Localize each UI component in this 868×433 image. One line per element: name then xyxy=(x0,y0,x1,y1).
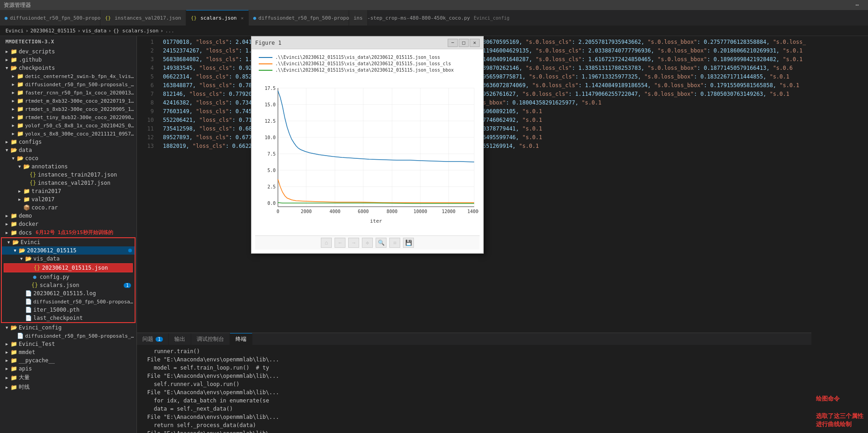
sidebar-item-pycache[interactable]: ▶ 📁 __pycache__ xyxy=(0,356,136,365)
sidebar-item-rtmdet-tiny[interactable]: ▶ 📁 rtmdet_tiny_8xb32-300e_coco_20220902… xyxy=(0,113,136,121)
folder-icon: 📁 xyxy=(16,98,24,104)
sidebar-item-faster-rcnn[interactable]: ▶ 📁 faster_rcnn_r50_fpn_1x_coco_20200130… xyxy=(0,89,136,97)
sidebar-item-val2017[interactable]: ▶ 📁 val2017 xyxy=(0,195,136,203)
legend-label-loss: .\\Evinci\20230612_015115\vis_data\20230… xyxy=(275,55,440,60)
sidebar-item-instances-train[interactable]: {} instances_train2017.json xyxy=(0,171,136,179)
sidebar-item-coco[interactable]: ▼ 📂 coco xyxy=(0,154,136,162)
sidebar-item-diffusion1[interactable]: ▶ 📁 diffusiondet_r50_fpn_500-proposals_1… xyxy=(0,80,136,89)
breadcrumb-vis[interactable]: vis_data xyxy=(82,28,106,34)
chart-back-button[interactable]: ← xyxy=(335,238,345,248)
chart-pan-button[interactable]: ✥ xyxy=(362,238,373,248)
figure-titlebar: Figure 1 − □ ✕ xyxy=(251,37,483,49)
main-layout: MMDETECTION-3.X ▶ 📁 dev_scripts ▶ 📁 .git… xyxy=(0,36,868,433)
svg-text:8000: 8000 xyxy=(387,209,397,214)
editor-main: 12345 678910 111213 01770018, "loss_cls"… xyxy=(137,36,811,433)
sidebar-item-demo[interactable]: ▶ 📁 demo xyxy=(0,212,136,220)
panel-tab-problems[interactable]: 问题 1 xyxy=(137,333,169,345)
sidebar-item-vis-data[interactable]: ▼ 📂 vis_data xyxy=(2,255,135,263)
sidebar-item-20230612[interactable]: ▼ 📂 20230612_015115 xyxy=(2,246,135,255)
sidebar-item-diffusion-r50[interactable]: 📄 diffusiondet_r50_fpn_500-proposals_1-s… xyxy=(2,297,135,306)
collapse-icon: ▶ xyxy=(4,230,10,235)
sidebar-item-docs[interactable]: ▶ 📁 docs 6月12号 1点15分15秒开始训练的 xyxy=(0,228,136,237)
collapse-icon: ▶ xyxy=(10,115,16,120)
tab-py-config[interactable]: ● diffusiondet_r50_fpn_500-proposals_1-s… xyxy=(249,10,349,26)
sidebar-item-config-py[interactable]: ● config.py xyxy=(2,273,135,281)
sidebar-item-configs[interactable]: ▶ 📁 configs xyxy=(0,138,136,146)
tab-scalars-json[interactable]: {} scalars.json ✕ xyxy=(186,10,249,26)
log-file-icon: 📄 xyxy=(25,290,32,297)
docs-annotation: 6月12号 1点15分15秒开始训练的 xyxy=(36,229,113,236)
sidebar-item-github[interactable]: ▶ 📁 .github xyxy=(0,56,136,64)
close-icon[interactable]: ✕ xyxy=(241,16,244,21)
sidebar-item-docker[interactable]: ▶ 📁 docker xyxy=(0,220,136,228)
breadcrumb-file[interactable]: {} scalars.json xyxy=(113,28,158,34)
figure-popup: Figure 1 − □ ✕ .\\Evinci\20230612_015115… xyxy=(251,36,484,254)
folder-icon: 📁 xyxy=(16,89,24,96)
sidebar-item-detic[interactable]: ▶ 📁 detic_centernet2_swin-b_fpn_4x_lvis-… xyxy=(0,72,136,80)
sidebar-item-diffusion-config[interactable]: 📄 diffusiondet_r50_fpn_500-proposals_1-s… xyxy=(0,332,136,340)
sidebar-item-checkpoints[interactable]: ▼ 📂 checkpoints xyxy=(0,64,136,72)
svg-text:10000: 10000 xyxy=(413,209,427,214)
tab-json-instances[interactable]: {} instances_val2017.json xyxy=(100,10,186,26)
py-file-icon: ● xyxy=(31,274,38,280)
svg-text:12.5: 12.5 xyxy=(265,119,276,124)
sidebar-item-evinci-config[interactable]: ▼ 📂 Evinci_config xyxy=(0,323,136,332)
terminal-line: File "E:\Anaconda\envs\openmmlab\lib\... xyxy=(141,372,808,380)
sidebar-item-mmdet[interactable]: ▶ 📁 mmdet xyxy=(0,348,136,356)
sidebar-item-last-checkpoint[interactable]: 📄 last_checkpoint xyxy=(2,314,135,322)
py-icon: ● xyxy=(5,15,8,21)
collapse-icon: ▶ xyxy=(4,358,10,363)
legend-item-loss-bbox: .\\Evinci\20230612_015115\vis_data\20230… xyxy=(259,68,476,73)
chart-forward-button[interactable]: → xyxy=(348,238,359,248)
breadcrumb: Evinci › 20230612_015115 › vis_data › {}… xyxy=(0,26,868,36)
sidebar-item-coco-rar[interactable]: 📦 coco.rar xyxy=(0,203,136,212)
terminal-line: File "E:\Anaconda\envs\openmmlab\lib\... xyxy=(141,388,808,396)
sidebar-item-evinci[interactable]: ▼ 📂 Evinci xyxy=(2,238,135,246)
sidebar-item-rtmdet-m[interactable]: ▶ 📁 rtmdet_m_8xb32-300e_coco_20220719_11… xyxy=(0,97,136,105)
sidebar-item-scalars-json[interactable]: {} scalars.json 1 xyxy=(2,281,135,289)
svg-text:2000: 2000 xyxy=(301,209,312,214)
tab-ins[interactable]: ins xyxy=(349,10,368,26)
figure-close-button[interactable]: ✕ xyxy=(470,39,480,47)
sidebar-item-iter15000[interactable]: 📄 iter_15000.pth xyxy=(2,306,135,314)
problems-badge: 1 xyxy=(156,337,163,342)
svg-text:4000: 4000 xyxy=(329,209,340,214)
chart-config-button[interactable]: ≡ xyxy=(389,238,400,248)
sidebar-item-annotations[interactable]: ▼ 📂 annotations xyxy=(0,162,136,171)
breadcrumb-evinci[interactable]: Evinci xyxy=(5,28,24,34)
terminal-line: return self._process_data(data) xyxy=(141,421,808,429)
loss-chart: 17.5 15.0 12.5 10.0 7.5 5.0 2.5 0.0 0 20… xyxy=(255,74,479,234)
chart-save-button[interactable]: 💾 xyxy=(403,238,414,248)
sidebar-item-dev-scripts[interactable]: ▶ 📁 dev_scripts xyxy=(0,47,136,56)
sidebar-item-data[interactable]: ▼ 📂 data xyxy=(0,146,136,154)
tab-py-1[interactable]: ● diffusiondet_r50_fpn_500-proposals_1-s… xyxy=(0,10,100,26)
sidebar-item-yolof[interactable]: ▶ 📁 yolof_r50_c5_8x8_1x_coco_20210425_02… xyxy=(0,121,136,130)
figure-minimize-button[interactable]: − xyxy=(448,39,458,47)
sidebar-item-shixian[interactable]: ▶ 📁 时线 xyxy=(0,382,136,392)
sidebar-item-daliang[interactable]: ▶ 📁 大量 xyxy=(0,373,136,382)
window-controls[interactable]: ⋯ xyxy=(856,2,859,8)
sidebar-item-20230612-log[interactable]: 📄 20230612_015115.log xyxy=(2,289,135,297)
chart-home-button[interactable]: ⌂ xyxy=(321,238,332,248)
collapse-icon: ▶ xyxy=(10,82,16,87)
figure-title: Figure 1 xyxy=(255,40,447,46)
legend-line-loss-bbox xyxy=(259,70,272,71)
collapse-icon: ▶ xyxy=(16,197,23,202)
sidebar-item-evinci-test[interactable]: ▶ 📁 Evinci_Test xyxy=(0,340,136,348)
chart-zoom-button[interactable]: 🔍 xyxy=(376,238,387,248)
sidebar-item-train2017[interactable]: ▶ 📁 train2017 xyxy=(0,187,136,195)
sidebar-item-rtmdet-s[interactable]: ▶ 📁 rtmdet_s_8xb32-300e_coco_20220905_16… xyxy=(0,105,136,113)
sidebar-item-apis[interactable]: ▶ 📁 apis xyxy=(0,365,136,373)
sidebar-item-instances-val[interactable]: {} instances_val2017.json xyxy=(0,179,136,187)
terminal-content[interactable]: runner.train() File "E:\Anaconda\envs\op… xyxy=(137,345,811,433)
panel-tab-debug[interactable]: 调试控制台 xyxy=(191,333,230,345)
py-icon: ● xyxy=(253,15,256,21)
sidebar-item-yolox[interactable]: ▶ 📁 yolox_s_8x8_300e_coco_20211121_09571… xyxy=(0,130,136,138)
panel-tab-output[interactable]: 输出 xyxy=(169,333,191,345)
annotation-keys: 选取了这三个属性进行曲线绘制 xyxy=(816,412,863,428)
svg-text:17.5: 17.5 xyxy=(265,86,276,91)
sidebar-item-json-highlighted[interactable]: {} 20230612_015115.json xyxy=(4,263,133,272)
breadcrumb-date[interactable]: 20230612_015115 xyxy=(30,28,75,34)
figure-maximize-button[interactable]: □ xyxy=(459,39,469,47)
panel-tab-terminal[interactable]: 终端 xyxy=(230,333,252,345)
